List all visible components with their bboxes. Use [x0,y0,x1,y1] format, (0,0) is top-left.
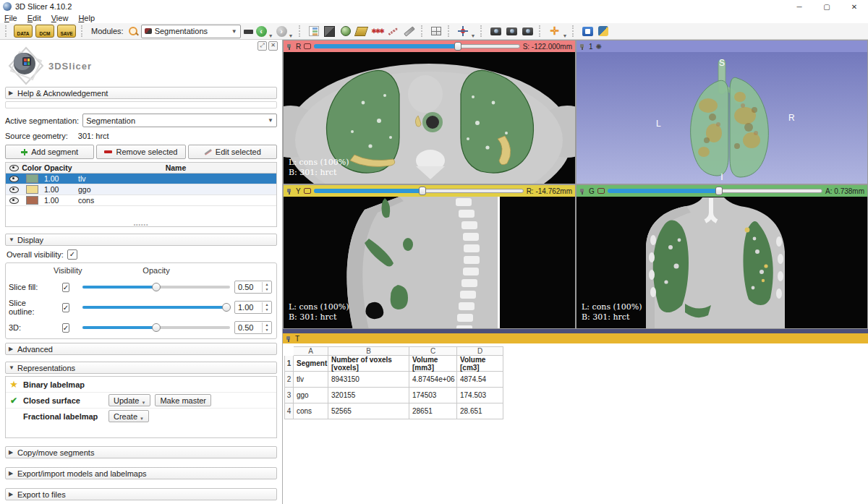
threed-opacity-slider[interactable] [82,323,230,333]
layout-selector-icon[interactable] [430,25,443,38]
green-slice-slider[interactable] [608,187,822,195]
center-view-icon[interactable]: ✺ [596,43,602,51]
orientation-label-right: R [788,113,795,123]
green-slice-view[interactable]: G A: 0.738mm [576,184,868,329]
toolbar-grip[interactable] [5,25,9,37]
toolbar-grip[interactable] [539,25,542,37]
markups-fiducial-icon[interactable]: ✱✱✱ [371,25,384,38]
link-views-icon[interactable] [597,188,605,194]
pin-icon[interactable] [286,188,293,195]
update-button[interactable]: Update▼ [109,394,150,406]
maximize-button[interactable]: ▢ [813,0,841,13]
pin-icon[interactable] [579,43,586,50]
slice-outline-opacity-slider[interactable] [82,302,230,312]
yellow-view-canvas[interactable]: L: cons (100%) B: 301: hrct [284,197,575,328]
overall-visibility-checkbox[interactable] [67,249,77,260]
edit-selected-button[interactable]: Edit selected [188,145,277,159]
scene-cube-icon[interactable] [323,25,336,38]
add-segment-button[interactable]: Add segment [5,145,94,159]
red-view-canvas[interactable]: L: cons (100%) B: 301: hrct [284,52,575,184]
subject-hierarchy-icon[interactable] [307,25,320,38]
eye-icon[interactable] [9,187,19,193]
panel-close-icon[interactable]: ✕ [268,41,278,51]
toolbar-grip[interactable] [81,25,85,37]
scene-view-save-icon[interactable] [505,25,518,38]
advanced-section-header[interactable]: ▶ Advanced [5,343,277,355]
yellow-slice-slider[interactable] [314,187,524,195]
module-selector[interactable]: Segmentations ▼ [141,25,241,38]
red-slice-slider[interactable] [314,42,519,51]
eye-icon[interactable] [9,197,19,204]
slice-fill-opacity-spinbox[interactable]: 0.50▲▼ [234,281,272,294]
menu-file[interactable]: File [4,14,17,22]
pin-icon[interactable] [286,336,292,342]
toolbar-grip[interactable] [299,25,302,37]
link-views-icon[interactable] [304,43,311,49]
threed-view[interactable]: 1 ✺ [576,40,868,184]
create-button[interactable]: Create▼ [109,410,149,422]
make-master-button[interactable]: Make master [155,394,211,406]
representations-section-header[interactable]: ▼ Representations [5,362,277,374]
scene-view-restore-icon[interactable] [521,25,534,38]
link-views-icon[interactable] [304,188,311,194]
toolbar-grip[interactable] [448,25,451,37]
color-swatch[interactable] [26,185,38,194]
history-forward-button[interactable]: › [276,26,287,37]
segment-row-ggo[interactable]: 1.00 ggo [6,184,276,195]
save-button[interactable]: SAVE [57,25,76,38]
threed-checkbox[interactable] [62,323,69,333]
toolbar-grip[interactable] [480,25,484,37]
display-section-header[interactable]: ▼ Display [5,234,277,246]
ruler-icon[interactable] [387,25,400,38]
fractional-labelmap-row[interactable]: Fractional labelmap Create▼ [6,409,276,424]
color-swatch[interactable] [26,174,38,183]
load-data-button[interactable]: DATA [14,25,33,38]
splitter-handle[interactable]: •••••• [134,222,149,227]
remove-selected-button[interactable]: Remove selected [96,145,185,159]
layers-icon[interactable] [355,25,368,38]
pin-icon[interactable] [286,43,293,50]
history-back-button[interactable]: ‹ [256,26,267,37]
export-import-section-header[interactable]: ▶ Export/import models and labelmaps [5,467,277,479]
threed-view-canvas[interactable]: S L R I [576,52,867,184]
red-slice-view[interactable]: R S: -122.000mm [283,40,576,184]
active-segmentation-combobox[interactable]: Segmentation ▼ [82,114,277,127]
slice-fill-checkbox[interactable] [62,283,69,292]
yellow-slice-view[interactable]: Y R: -14.762mm [283,184,576,329]
dicom-button[interactable]: DCM [35,25,54,38]
toolbar-grip[interactable] [421,25,425,37]
minus-icon [104,150,112,153]
green-view-canvas[interactable]: L: cons (100%) B: 301: hrct [576,197,867,328]
module-selector-value: Segmentations [155,27,208,35]
module-history-icon[interactable] [244,30,253,34]
minimize-button[interactable]: ─ [786,0,813,13]
menu-help[interactable]: Help [78,14,95,22]
slice-outline-checkbox[interactable] [62,303,69,312]
close-button[interactable]: ✕ [841,0,868,13]
annotation-pen-icon[interactable] [403,25,416,38]
segment-row-cons[interactable]: 1.00 cons [6,195,276,206]
toolbar-grip[interactable] [572,25,576,37]
volume-rendering-icon[interactable] [339,25,352,38]
screenshot-icon[interactable] [489,25,502,38]
menu-view[interactable]: View [51,14,69,22]
menu-edit[interactable]: Edit [27,14,41,22]
closed-surface-row[interactable]: ✔ Closed surface Update▼ Make master [6,393,276,409]
slice-fill-opacity-slider[interactable] [82,282,230,292]
python-console-icon[interactable] [597,25,610,38]
threed-opacity-spinbox[interactable]: 0.50▲▼ [234,321,272,334]
copy-move-section-header[interactable]: ▶ Copy/move segments [5,446,277,458]
help-acknowledgement-section[interactable]: ▶ Help & Acknowledgement [5,87,277,99]
transform-star-icon[interactable]: ✛ [548,25,561,38]
slice-outline-opacity-spinbox[interactable]: 1.00▲▼ [234,301,272,314]
export-files-section-header[interactable]: ▶ Export to files [5,488,277,500]
eye-icon[interactable] [9,176,19,182]
crosshair-icon[interactable] [456,25,469,38]
color-swatch[interactable] [26,196,38,205]
segment-row-tlv[interactable]: 1.00 tlv [6,174,276,184]
panel-pin-icon[interactable]: ⤢ [258,41,267,51]
binary-labelmap-row[interactable]: ★ Binary labelmap [6,377,276,393]
extensions-manager-icon[interactable] [581,25,594,38]
module-search-icon[interactable] [128,26,138,36]
pin-icon[interactable] [579,188,586,195]
